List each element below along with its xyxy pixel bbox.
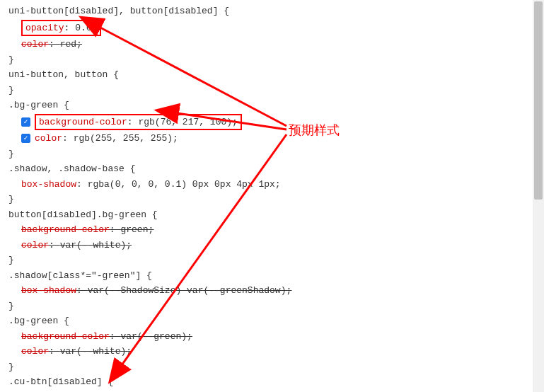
css-declaration[interactable]: background-color: var(--green);: [8, 330, 543, 344]
css-declaration[interactable]: color: var(--white);: [8, 345, 543, 359]
css-value[interactable]: var(--white);: [60, 240, 132, 250]
css-declaration[interactable]: opacity: 0.6;: [8, 20, 543, 37]
css-property[interactable]: box-shadow: [21, 179, 76, 190]
css-value[interactable]: rgba(0, 0, 0, 0.1) 0px 0px 4px 1px;: [88, 179, 281, 190]
css-value[interactable]: red;: [60, 39, 82, 50]
css-property[interactable]: color: [21, 39, 49, 50]
css-close-brace: }: [8, 192, 543, 207]
css-declaration[interactable]: ✓background-color: rgb(76, 217, 100);: [8, 114, 543, 131]
css-declaration[interactable]: box-shadow: rgba(0, 0, 0, 0.1) 0px 0px 4…: [8, 178, 543, 192]
styles-panel: uni-button[disabled], button[disabled] {…: [0, 0, 544, 392]
css-property[interactable]: color: [21, 240, 49, 250]
css-rule: button[disabled].bg-green {background-co…: [8, 208, 543, 267]
css-rule: .shadow[class*="-green"] {box-shadow: va…: [8, 269, 543, 313]
css-close-brace: }: [8, 147, 543, 161]
css-close-brace: }: [8, 360, 543, 374]
css-selector[interactable]: button[disabled].bg-green {: [8, 208, 543, 222]
css-property[interactable]: background-color: [21, 224, 110, 235]
css-value[interactable]: var(--white);: [60, 346, 132, 357]
css-value[interactable]: 0.6;: [75, 23, 97, 33]
css-rule: uni-button[disabled], button[disabled] {…: [8, 4, 543, 67]
declaration-checkbox[interactable]: ✓: [21, 117, 30, 127]
css-property[interactable]: box-shadow: [21, 285, 76, 296]
css-selector[interactable]: .shadow, .shadow-base {: [8, 162, 543, 176]
css-property[interactable]: color: [21, 346, 49, 357]
css-close-brace: }: [8, 253, 543, 267]
css-rule: uni-button, button {}: [8, 68, 543, 97]
css-declaration[interactable]: box-shadow: var(--ShadowSize) var(--gree…: [8, 284, 543, 298]
vertical-scrollbar[interactable]: [533, 0, 544, 392]
css-rule: .bg-green {✓background-color: rgb(76, 21…: [8, 98, 543, 161]
css-declaration[interactable]: background-color: green;: [8, 223, 543, 237]
css-property[interactable]: background-color: [21, 331, 110, 342]
css-declaration[interactable]: ✓color: rgb(255, 255, 255);: [8, 132, 543, 146]
css-rule: .bg-green {background-color: var(--green…: [8, 314, 543, 374]
highlighted-declaration: background-color: rgb(76, 217, 100);: [35, 114, 242, 131]
css-selector[interactable]: .bg-green {: [8, 98, 543, 113]
css-close-brace: }: [8, 53, 543, 67]
css-property[interactable]: background-color: [39, 117, 127, 127]
css-selector[interactable]: uni-button, button {: [8, 68, 543, 82]
scrollbar-thumb[interactable]: [534, 1, 543, 200]
css-close-brace: }: [8, 299, 543, 313]
css-rule: .shadow, .shadow-base {box-shadow: rgba(…: [8, 162, 543, 207]
annotation-label: 预期样式: [289, 122, 340, 139]
declaration-checkbox[interactable]: ✓: [21, 134, 30, 143]
css-declaration[interactable]: color: var(--white);: [8, 238, 543, 253]
css-rule: .cu-btn[disabled] {opacity: 0.6;color: v…: [8, 375, 543, 392]
css-property[interactable]: opacity: [25, 23, 64, 33]
css-value[interactable]: rgb(255, 255, 255);: [74, 133, 178, 144]
css-selector[interactable]: .shadow[class*="-green"] {: [8, 269, 543, 283]
css-selector[interactable]: .bg-green {: [8, 314, 543, 328]
css-selector[interactable]: uni-button[disabled], button[disabled] {: [8, 4, 543, 18]
css-value[interactable]: rgb(76, 217, 100);: [138, 117, 237, 127]
highlighted-declaration: opacity: 0.6;: [21, 20, 101, 37]
css-declaration[interactable]: color: red;: [8, 38, 543, 52]
css-close-brace: }: [8, 83, 543, 98]
css-value[interactable]: var(--ShadowSize) var(--greenShadow);: [88, 285, 292, 296]
css-value[interactable]: var(--green);: [120, 331, 192, 342]
css-value[interactable]: green;: [120, 224, 154, 235]
css-property[interactable]: color: [35, 133, 62, 144]
css-selector[interactable]: .cu-btn[disabled] {: [8, 375, 543, 389]
